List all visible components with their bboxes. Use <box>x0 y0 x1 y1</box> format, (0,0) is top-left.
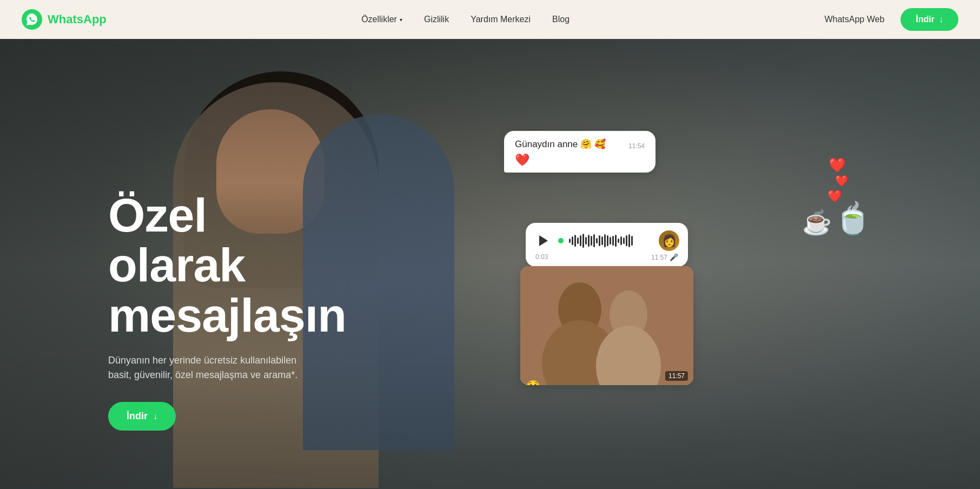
whatsapp-logo-icon <box>22 9 42 30</box>
video-overlay <box>520 266 693 385</box>
wave-bar <box>593 234 595 247</box>
wave-bar <box>588 235 590 247</box>
wave-bar <box>582 234 584 248</box>
voice-message-bubble: 👩 0:03 11:57 🎤 <box>526 223 688 267</box>
wave-bar <box>618 239 619 243</box>
wave-bar <box>620 236 622 245</box>
nav-privacy[interactable]: Gizlilik <box>424 15 449 24</box>
play-triangle-icon <box>539 235 548 246</box>
wave-bar <box>615 235 617 247</box>
wave-bar <box>607 235 608 246</box>
bubble-reaction: ❤️ <box>515 153 645 167</box>
voice-waveform <box>569 233 653 248</box>
wave-bar <box>626 235 627 246</box>
wave-bar <box>601 236 603 245</box>
nav-help[interactable]: Yardım Merkezi <box>471 15 531 24</box>
chevron-down-icon: ▾ <box>400 17 402 23</box>
voice-row: 👩 <box>534 230 679 251</box>
video-reaction: 😲 <box>526 380 540 385</box>
sticker-cups: ☕ 🍵 <box>802 201 872 236</box>
voice-active-dot <box>558 238 564 243</box>
voice-time-mic: 11:57 🎤 <box>651 253 678 261</box>
video-thumbnail: 11:57 😲 <box>520 266 693 385</box>
nav-features[interactable]: Özellikler ▾ <box>361 15 402 24</box>
mic-icon: 🎤 <box>670 253 678 261</box>
wave-bar <box>612 236 614 246</box>
bubble-message-text: Günaydın anne 🤗 🥰 <box>515 138 606 150</box>
hero-subtitle: Dünyanın her yerinde ücretsiz kullanılab… <box>108 353 308 382</box>
video-time-badge: 11:57 <box>665 371 688 381</box>
wave-bar <box>574 235 576 247</box>
hero-section: Özel olarak mesajlaşın Dünyanın her yeri… <box>0 39 980 489</box>
hero-text-block: Özel olarak mesajlaşın Dünyanın her yeri… <box>108 190 346 431</box>
wave-bar <box>580 235 581 246</box>
voice-duration: 0:03 <box>535 253 548 261</box>
wave-bar <box>591 236 592 246</box>
sticker-decoration: ❤️ ❤️ ❤️ ☕ 🍵 <box>802 158 872 236</box>
hero-title: Özel olarak mesajlaşın <box>108 190 346 340</box>
navbar-download-button[interactable]: İndir ↓ <box>900 8 958 31</box>
sticker-white-cup: ☕ <box>802 208 832 236</box>
voice-sender-avatar: 👩 <box>659 230 679 251</box>
main-nav: Özellikler ▾ Gizlilik Yardım Merkezi Blo… <box>361 15 570 24</box>
wave-bar <box>610 237 611 244</box>
wave-bar <box>628 234 630 247</box>
wave-bar <box>572 236 573 245</box>
voice-bottom-row: 0:03 11:57 🎤 <box>534 253 679 261</box>
brand-logo[interactable]: WhatsApp <box>22 9 107 30</box>
nav-whatsapp-web[interactable]: WhatsApp Web <box>824 15 884 24</box>
voice-play-button[interactable] <box>534 232 553 250</box>
wave-bar <box>599 235 600 246</box>
navbar-right: WhatsApp Web İndir ↓ <box>824 8 958 31</box>
chat-message-bubble: Günaydın anne 🤗 🥰 11:54 ❤️ <box>504 131 655 173</box>
video-message-bubble: 11:57 😲 <box>520 266 693 385</box>
wave-bar <box>585 237 587 244</box>
nav-blog[interactable]: Blog <box>552 15 570 24</box>
sticker-hearts: ❤️ ❤️ ❤️ <box>802 158 872 203</box>
wave-bar <box>623 237 625 244</box>
brand-name: WhatsApp <box>48 12 107 27</box>
bubble-text-row: Günaydın anne 🤗 🥰 11:54 <box>515 138 645 150</box>
navbar: WhatsApp Özellikler ▾ Gizlilik Yardım Me… <box>0 0 980 39</box>
bubble-message-time: 11:54 <box>628 142 645 150</box>
hero-download-arrow-icon: ↓ <box>153 412 157 421</box>
hero-download-button[interactable]: İndir ↓ <box>108 402 176 431</box>
download-arrow-icon: ↓ <box>939 15 943 24</box>
wave-bar <box>596 238 598 243</box>
sticker-dark-cup: 🍵 <box>834 201 872 236</box>
wave-bar <box>569 239 571 243</box>
wave-bar <box>577 237 579 244</box>
wave-bar <box>631 236 633 246</box>
wave-bar <box>604 234 606 247</box>
